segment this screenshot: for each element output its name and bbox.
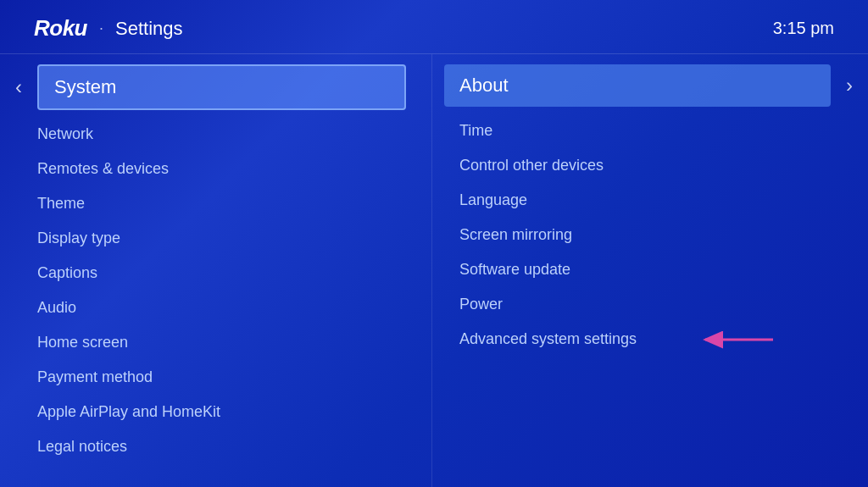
list-item[interactable]: Legal notices xyxy=(37,429,431,464)
right-nav-row: About › xyxy=(432,64,868,107)
list-item[interactable]: Home screen xyxy=(37,325,431,360)
system-menu-item[interactable]: System xyxy=(37,64,406,110)
list-item[interactable]: Power xyxy=(459,287,868,322)
page-title: Settings xyxy=(115,18,183,40)
list-item[interactable]: Time xyxy=(459,113,868,148)
list-item[interactable]: Control other devices xyxy=(459,148,868,183)
pink-arrow-annotation xyxy=(697,326,782,353)
list-item[interactable]: Remotes & devices xyxy=(37,152,431,186)
header-separator: · xyxy=(99,19,103,37)
header-left: Roku · Settings xyxy=(34,15,183,42)
list-item[interactable]: Payment method xyxy=(37,360,431,395)
list-item[interactable]: Software update xyxy=(459,252,868,287)
main-content: ‹ System Network Remotes & devices Theme… xyxy=(0,54,868,487)
list-item[interactable]: Apple AirPlay and HomeKit xyxy=(37,395,431,429)
about-menu-item[interactable]: About xyxy=(444,64,831,107)
advanced-system-settings-item[interactable]: Advanced system settings xyxy=(459,322,868,357)
list-item[interactable]: Theme xyxy=(37,186,431,221)
forward-arrow[interactable]: › xyxy=(831,74,868,97)
list-item[interactable]: Screen mirroring xyxy=(459,218,868,252)
list-item[interactable]: Display type xyxy=(37,221,431,256)
right-menu-list: Time Control other devices Language Scre… xyxy=(432,107,868,363)
roku-logo: Roku xyxy=(34,15,87,42)
list-item[interactable]: Captions xyxy=(37,256,431,291)
right-panel: About › Time Control other devices Langu… xyxy=(432,54,868,487)
list-item[interactable]: Audio xyxy=(37,291,431,325)
left-menu-list: Network Remotes & devices Theme Display … xyxy=(0,110,431,471)
back-arrow[interactable]: ‹ xyxy=(0,75,37,99)
system-nav-row: ‹ System xyxy=(0,64,431,110)
list-item[interactable]: Network xyxy=(37,117,431,152)
left-panel: ‹ System Network Remotes & devices Theme… xyxy=(0,54,432,487)
list-item[interactable]: Language xyxy=(459,183,868,218)
header: Roku · Settings 3:15 pm xyxy=(0,0,868,54)
clock-display: 3:15 pm xyxy=(773,19,834,38)
